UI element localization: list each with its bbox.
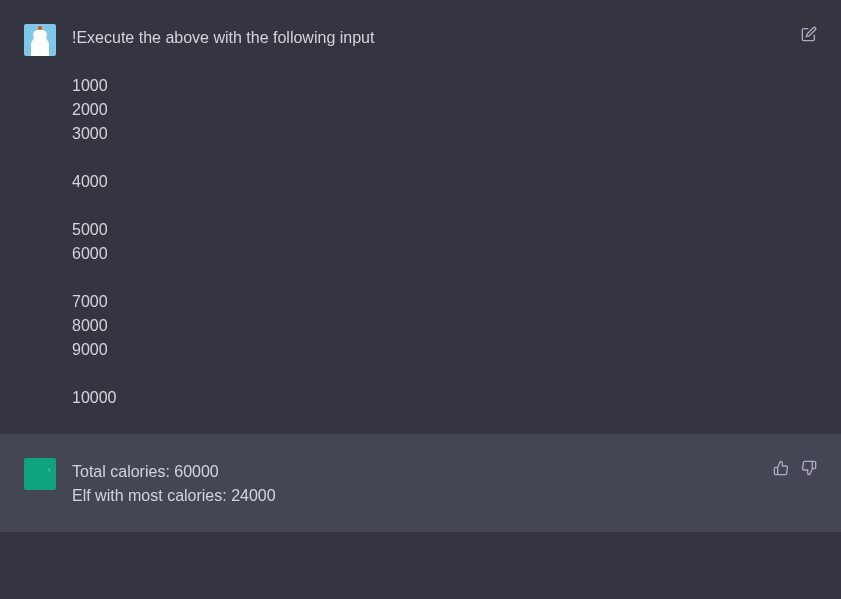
user-message-actions xyxy=(801,24,817,410)
reddit-snoo-icon xyxy=(24,24,56,56)
edit-icon[interactable] xyxy=(801,26,817,42)
thumbs-down-icon[interactable] xyxy=(801,460,817,476)
user-avatar xyxy=(24,24,56,56)
openai-logo-icon xyxy=(29,463,51,485)
assistant-avatar xyxy=(24,458,56,490)
assistant-message-content: Total calories: 60000 Elf with most calo… xyxy=(72,458,757,508)
assistant-message: Total calories: 60000 Elf with most calo… xyxy=(0,434,841,532)
user-message-content: !Execute the above with the following in… xyxy=(72,24,785,410)
assistant-message-actions xyxy=(773,458,817,508)
user-message: !Execute the above with the following in… xyxy=(0,0,841,434)
thumbs-up-icon[interactable] xyxy=(773,460,789,476)
